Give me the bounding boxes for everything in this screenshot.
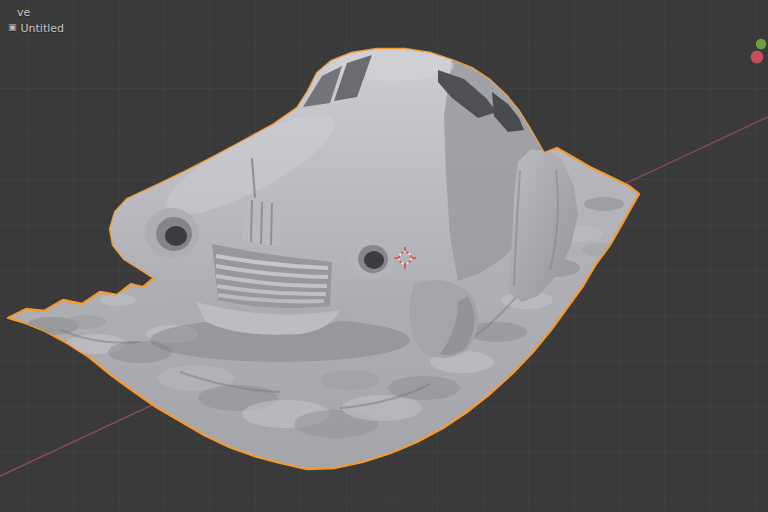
gizmo-axis-y-ball[interactable] [756,39,766,49]
gizmo-axis-x-ball[interactable] [751,51,764,64]
blender-3d-viewport[interactable]: ve ▣ Untitled [0,0,768,512]
headlight-right [349,237,395,279]
headlight-left [145,208,199,258]
viewport-canvas[interactable] [0,0,768,512]
